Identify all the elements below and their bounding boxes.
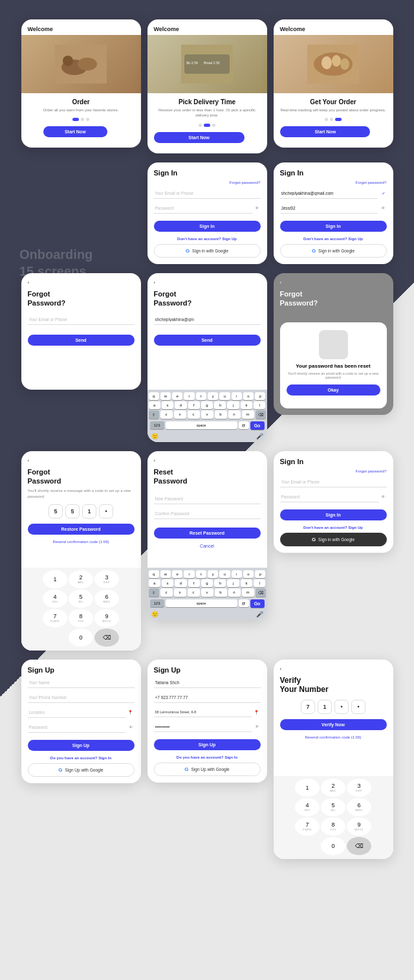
code-digit-4[interactable]: • xyxy=(99,504,113,518)
key-s[interactable]: s xyxy=(162,401,173,409)
signup-empty-google[interactable]: G Sign Up with Google xyxy=(28,763,135,777)
np2-5[interactable]: 5JKL xyxy=(321,798,345,816)
np-delete[interactable]: ⌫ xyxy=(94,629,119,647)
key-t2[interactable]: t xyxy=(196,570,206,578)
np-7[interactable]: 7PQRS xyxy=(43,609,67,627)
key-at[interactable]: @ xyxy=(239,421,249,429)
key-x[interactable]: x xyxy=(174,410,186,419)
signup-filled-name[interactable] xyxy=(154,678,261,688)
signup-name-input[interactable] xyxy=(28,678,135,688)
signup-filled-phone[interactable] xyxy=(154,693,261,703)
key-m2[interactable]: m xyxy=(242,588,254,597)
signup-empty-button[interactable]: Sign Up xyxy=(28,740,135,751)
key-v[interactable]: v xyxy=(201,410,213,419)
key-i[interactable]: i xyxy=(232,392,242,400)
emoji-icon[interactable]: 🙂 xyxy=(151,433,158,440)
np-8[interactable]: 8TUV xyxy=(69,609,93,627)
signin-filled-forgot[interactable]: Forgot password? xyxy=(280,181,387,184)
signup-password-input[interactable] xyxy=(28,722,125,733)
np-2[interactable]: 2ABC xyxy=(69,570,93,588)
signup-filled-google[interactable]: G Sign Up with Google xyxy=(154,763,261,776)
key-q2[interactable]: q xyxy=(149,570,159,578)
verify-resend[interactable]: Resend confirmation code (1:06) xyxy=(280,735,387,739)
key-shift2[interactable]: ⇧ xyxy=(149,588,159,597)
verify-digit-4[interactable]: • xyxy=(351,700,365,714)
key-123-2[interactable]: 123 xyxy=(150,599,164,607)
key-p2[interactable]: p xyxy=(255,570,265,578)
signup-location-input[interactable] xyxy=(28,707,125,718)
key-c[interactable]: c xyxy=(188,410,200,419)
key-e2[interactable]: e xyxy=(172,570,182,578)
forgot-keyboard-send[interactable]: Send xyxy=(154,335,261,346)
mic-icon[interactable]: 🎤 xyxy=(256,433,263,440)
signup-filled-location[interactable] xyxy=(154,707,252,717)
np-1[interactable]: 1 xyxy=(43,570,67,588)
signup-filled-button[interactable]: Sign Up xyxy=(154,739,261,750)
key-k2[interactable]: k xyxy=(241,579,252,587)
key-q[interactable]: q xyxy=(149,392,159,400)
np-0[interactable]: 0 xyxy=(69,629,93,647)
key-space[interactable]: space xyxy=(166,421,237,429)
key-d[interactable]: d xyxy=(175,401,186,409)
key-p[interactable]: p xyxy=(255,392,265,400)
verify-now-button[interactable]: Verify Now xyxy=(280,719,387,730)
key-b2[interactable]: b xyxy=(215,588,227,597)
signin-empty-google[interactable]: G Sign in with Google xyxy=(154,244,261,258)
np2-7[interactable]: 7PQRS xyxy=(295,818,320,836)
signin-empty-button[interactable]: Sign In xyxy=(154,221,261,232)
forgot-empty-send[interactable]: Send xyxy=(28,335,135,346)
key-go2[interactable]: Go xyxy=(250,599,265,608)
key-g2[interactable]: g xyxy=(201,579,213,587)
key-r2[interactable]: r xyxy=(184,570,194,578)
signin-dark-google-btn[interactable]: G Sign in with Google xyxy=(280,533,387,546)
np-6[interactable]: 6MNO xyxy=(94,590,119,608)
code-digit-1[interactable]: 5 xyxy=(49,504,63,518)
key-123[interactable]: 123 xyxy=(150,421,164,429)
key-a[interactable]: a xyxy=(149,401,160,409)
np-3[interactable]: 3DEF xyxy=(94,570,119,588)
success-okay-button[interactable]: Okay xyxy=(287,384,380,395)
key-h2[interactable]: h xyxy=(214,579,226,587)
key-delete2[interactable]: ⌫ xyxy=(256,588,266,597)
key-x2[interactable]: x xyxy=(174,588,186,597)
signup-filled-password[interactable] xyxy=(154,722,252,732)
signup-phone-input[interactable] xyxy=(28,693,135,703)
signin-empty-password[interactable] xyxy=(154,203,253,214)
signin-filled-password[interactable] xyxy=(280,203,378,214)
key-y[interactable]: y xyxy=(208,392,218,400)
key-space2[interactable]: space xyxy=(166,599,237,607)
back-arrow-icon3[interactable]: ‹ xyxy=(280,280,387,285)
key-l2[interactable]: l xyxy=(254,579,265,587)
back-arrow-icon[interactable]: ‹ xyxy=(28,280,135,285)
reset-password-button[interactable]: Reset Password xyxy=(154,528,261,539)
np2-9[interactable]: 9WXYZ xyxy=(347,818,371,836)
key-f[interactable]: f xyxy=(188,401,200,409)
np2-1[interactable]: 1 xyxy=(295,779,320,797)
key-i2[interactable]: i xyxy=(232,570,242,578)
code-digit-3[interactable]: 1 xyxy=(82,504,96,518)
confirm-password-input[interactable] xyxy=(154,509,261,519)
key-b[interactable]: b xyxy=(215,410,227,419)
verify-digit-2[interactable]: 1 xyxy=(318,700,332,714)
key-u2[interactable]: u xyxy=(219,570,230,578)
signin-empty-email[interactable] xyxy=(154,188,261,199)
signin-filled-button[interactable]: Sign In xyxy=(280,221,387,232)
verify-digit-1[interactable]: 7 xyxy=(301,700,315,714)
signin-dark-password[interactable] xyxy=(280,492,379,502)
restore-password-button[interactable]: Restore Password xyxy=(28,524,135,535)
key-y2[interactable]: y xyxy=(208,570,218,578)
key-v2[interactable]: v xyxy=(201,588,213,597)
np2-6[interactable]: 6MNO xyxy=(347,798,371,816)
np2-0[interactable]: 0 xyxy=(321,837,345,855)
key-r[interactable]: r xyxy=(184,392,194,400)
key-d2[interactable]: d xyxy=(175,579,186,587)
key-k[interactable]: k xyxy=(241,401,252,409)
back-icon4[interactable]: ‹ xyxy=(28,458,135,463)
key-w[interactable]: w xyxy=(160,392,171,400)
signin-filled-google[interactable]: G Sign in with Google xyxy=(280,244,387,258)
key-at2[interactable]: @ xyxy=(239,599,249,607)
signin-dark-button[interactable]: Sign In xyxy=(280,509,387,520)
signin-dark-forgot[interactable]: Forgot password? xyxy=(280,469,387,473)
emoji-icon2[interactable]: 🙂 xyxy=(151,611,158,618)
key-go[interactable]: Go xyxy=(250,421,265,430)
